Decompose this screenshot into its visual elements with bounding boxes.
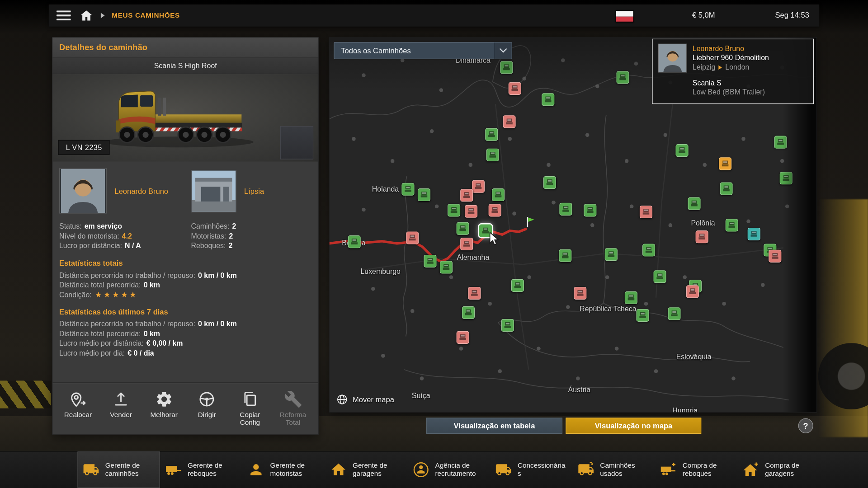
- status-value: em serviço: [85, 222, 122, 230]
- nav-item-truck-manager[interactable]: Gerente de caminhões: [77, 451, 160, 488]
- truck-marker[interactable]: [348, 235, 360, 248]
- truck-marker[interactable]: [726, 219, 738, 231]
- driver-photo[interactable]: [59, 168, 107, 213]
- truck-marker[interactable]: [624, 291, 637, 304]
- truck-marker[interactable]: [486, 149, 499, 161]
- truck-marker[interactable]: [668, 307, 680, 320]
- city-dot: [585, 133, 590, 137]
- truck-marker[interactable]: [485, 128, 498, 141]
- truck-marker[interactable]: [559, 249, 571, 262]
- breadcrumb[interactable]: MEUS CAMINHÕES: [112, 12, 180, 19]
- nav-item-recruitment-agency[interactable]: Agência de recrutamento: [407, 451, 490, 488]
- truck-marker[interactable]: [472, 180, 485, 192]
- truck-marker[interactable]: [501, 319, 514, 332]
- city-dot: [590, 223, 594, 227]
- nav-item-garage-manager[interactable]: Gerente de garagens: [325, 451, 407, 488]
- city-dot: [488, 302, 492, 306]
- truck-marker[interactable]: [457, 331, 469, 344]
- truck-marker[interactable]: [653, 270, 666, 283]
- truck-marker[interactable]: [448, 204, 460, 216]
- nav-item-trailer-manager[interactable]: Gerente de reboques: [160, 451, 242, 488]
- copy-config-button[interactable]: Copiar Config: [229, 389, 271, 433]
- truck-marker[interactable]: [542, 93, 554, 106]
- truck-marker[interactable]: [559, 203, 572, 216]
- drive-button[interactable]: Dirigir: [186, 389, 228, 433]
- map-panel[interactable]: DinamarcaHolandaBélgicaLuxemburgoAlemanh…: [330, 38, 817, 412]
- nav-item-dealerships[interactable]: Concessionárias: [490, 451, 572, 488]
- truck-marker[interactable]: [696, 230, 708, 243]
- sell-button[interactable]: Vender: [100, 389, 142, 433]
- truck-marker[interactable]: [440, 261, 453, 273]
- truck-marker-selected[interactable]: [479, 225, 491, 237]
- city-dot: [527, 276, 531, 280]
- truck-marker[interactable]: [511, 279, 524, 292]
- move-map-hint: Mover mapa: [336, 394, 394, 405]
- truck-marker[interactable]: [465, 205, 477, 218]
- nav-item-used-trucks[interactable]: Caminhões usados: [572, 451, 655, 488]
- job-driver-name: Leonardo Bruno: [693, 44, 769, 53]
- truck-marker[interactable]: [509, 82, 521, 95]
- truck-marker[interactable]: [500, 61, 513, 74]
- truck-marker[interactable]: [748, 228, 760, 240]
- nav-item-garage-purchase[interactable]: Compra de garagens: [737, 451, 820, 488]
- truck-marker[interactable]: [640, 206, 652, 218]
- relocate-button[interactable]: Realocar: [57, 389, 99, 433]
- truck-marker[interactable]: [769, 249, 781, 262]
- driver-name-link[interactable]: Leonardo Bruno: [114, 187, 168, 195]
- truck-marker[interactable]: [492, 188, 505, 201]
- city-dot: [654, 369, 658, 373]
- truck-marker[interactable]: [468, 287, 481, 300]
- truck-marker[interactable]: [719, 158, 732, 170]
- truck-marker[interactable]: [401, 183, 414, 196]
- trailer-manager-icon: [164, 461, 183, 478]
- city-dot: [430, 129, 434, 133]
- bottom-nav: Gerente de caminhões Gerente de reboques…: [0, 451, 868, 488]
- city-dot: [434, 204, 439, 208]
- relocate-pin-icon: [69, 390, 87, 408]
- menu-button[interactable]: [55, 9, 72, 22]
- truck-marker[interactable]: [489, 204, 501, 216]
- city-dot: [576, 376, 580, 380]
- city-dot: [625, 160, 629, 164]
- truck-marker[interactable]: [616, 71, 629, 84]
- nav-item-trailer-purchase[interactable]: Compra de reboques: [655, 451, 737, 488]
- used-trucks-icon: [576, 461, 596, 478]
- help-button[interactable]: ?: [798, 418, 813, 433]
- truck-marker[interactable]: [543, 176, 556, 189]
- truck-marker[interactable]: [460, 238, 473, 250]
- truck-marker[interactable]: [457, 222, 469, 235]
- truck-marker[interactable]: [604, 248, 617, 261]
- truck-marker[interactable]: [584, 204, 596, 216]
- truck-marker[interactable]: [686, 285, 698, 298]
- poland-flag-icon: [616, 10, 634, 22]
- truck-marker[interactable]: [676, 144, 689, 157]
- upgrade-button[interactable]: Melhorar: [143, 389, 185, 433]
- truck-marker[interactable]: [460, 189, 473, 202]
- home-button[interactable]: [79, 9, 94, 22]
- truck-marker[interactable]: [688, 197, 701, 210]
- truck-marker[interactable]: [720, 182, 733, 195]
- truck-marker[interactable]: [774, 136, 787, 148]
- truck-marker[interactable]: [424, 255, 437, 267]
- garage-photo[interactable]: [191, 169, 236, 212]
- truck-marker[interactable]: [574, 287, 586, 300]
- truck-marker[interactable]: [406, 232, 419, 244]
- city-dot: [595, 84, 599, 89]
- truck-marker[interactable]: [418, 188, 430, 201]
- truck-marker[interactable]: [636, 309, 649, 322]
- truck-marker[interactable]: [462, 306, 475, 319]
- truck-marker[interactable]: [780, 172, 793, 184]
- total-overhaul-button[interactable]: Reforma Total: [272, 389, 314, 433]
- truck-marker[interactable]: [642, 244, 655, 256]
- city-dot: [634, 62, 638, 66]
- nav-item-driver-manager[interactable]: Gerente de motoristas: [242, 451, 325, 488]
- map-view-button[interactable]: Visualização no mapa: [566, 418, 701, 434]
- upgrade-gear-icon: [155, 390, 173, 408]
- truck-marker[interactable]: [503, 116, 515, 128]
- truck-filter-dropdown[interactable]: Todos os Caminhões: [334, 42, 512, 59]
- overhaul-wrench-icon: [284, 390, 302, 408]
- copy-config-icon: [241, 390, 259, 408]
- dropdown-chevron-button[interactable]: [494, 42, 511, 59]
- table-view-button[interactable]: Visualização em tabela: [426, 418, 562, 434]
- garage-name-link[interactable]: Lípsia: [244, 187, 264, 195]
